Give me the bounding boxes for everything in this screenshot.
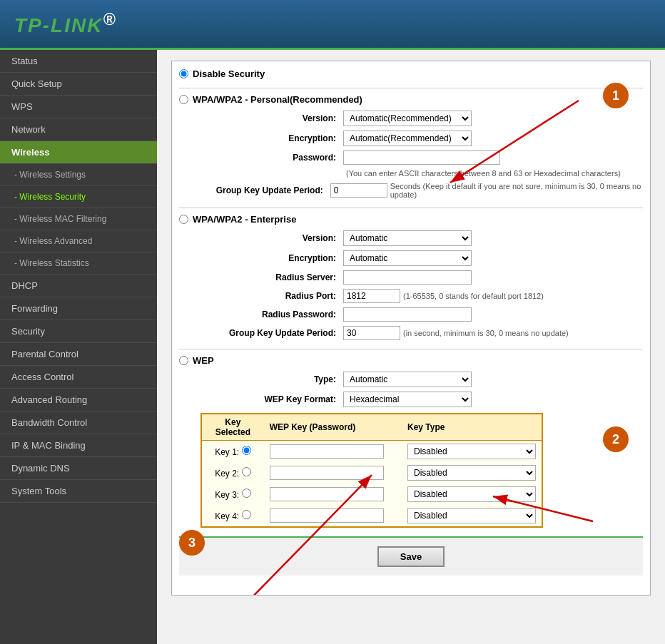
wep-key1-type[interactable]: Disabled64-bit128-bit152-bit: [407, 444, 536, 459]
wpa-personal-header: WPA/WPA2 - Personal(Recommended): [179, 94, 643, 105]
wep-format-label: WEP Key Format:: [200, 394, 343, 404]
wpa-enterprise-radio[interactable]: [179, 215, 188, 224]
wep-key2-type[interactable]: Disabled64-bit128-bit152-bit: [407, 465, 536, 481]
divider-3: [179, 349, 643, 349]
wep-type-label: Type:: [200, 374, 343, 384]
wep-key2-input[interactable]: [270, 466, 384, 480]
wpa-enterprise-groupkey-row: Group Key Update Period: (in second, min…: [179, 326, 643, 340]
wpa-enterprise-groupkey-hint: (in second, minimum is 30, 0 means no up…: [403, 329, 569, 337]
wep-key4-input[interactable]: [270, 508, 384, 523]
sidebar-item-wireless-security[interactable]: - Wireless Security: [0, 186, 157, 208]
wpa-enterprise-version-label: Version:: [200, 233, 343, 243]
sidebar: Status Quick Setup WPS Network Wireless …: [0, 50, 157, 644]
wep-radio[interactable]: [179, 356, 188, 365]
content-border: 1 2 3 Disable Security: [171, 61, 651, 596]
wep-key4-radio[interactable]: [242, 510, 251, 519]
wpa-personal-version-label: Version:: [200, 113, 343, 123]
save-area: Save: [179, 536, 643, 576]
wep-key3-type[interactable]: Disabled64-bit128-bit152-bit: [407, 486, 536, 502]
section-wep: WEP Type: Automatic Open System Shared K…: [179, 355, 643, 528]
wpa-personal-encryption-row: Encryption: Automatic(Recommended) TKIP …: [179, 131, 643, 146]
wep-col-type: Key Type: [402, 414, 542, 441]
wpa-enterprise-radius-password-input[interactable]: [343, 307, 472, 322]
disable-security-radio[interactable]: [179, 69, 188, 78]
wep-label: WEP: [193, 355, 214, 366]
table-row: Key 2: Disabled64-bit128-bit152-bit: [202, 462, 542, 484]
wpa-personal-password-input[interactable]: [343, 150, 500, 165]
sidebar-item-bandwidth[interactable]: Bandwidth Control: [0, 412, 157, 434]
wpa-personal-groupkey-row: Group Key Update Period: Seconds (Keep i…: [179, 182, 643, 199]
wpa-personal-version-select[interactable]: Automatic(Recommended) WPA WPA2: [343, 111, 472, 126]
wpa-enterprise-label: WPA/WPA2 - Enterprise: [193, 214, 296, 225]
section-wpa-enterprise: WPA/WPA2 - Enterprise Version: Automatic…: [179, 214, 643, 340]
wep-key1-input[interactable]: [270, 444, 384, 459]
divider-1: [179, 88, 643, 88]
sidebar-item-wps[interactable]: WPS: [0, 96, 157, 118]
disable-security-header: Disable Security: [179, 68, 643, 79]
wpa-enterprise-radius-port-hint: (1-65535, 0 stands for default port 1812…: [403, 292, 544, 300]
annotation-3: 3: [179, 530, 205, 556]
sidebar-item-wireless-settings[interactable]: - Wireless Settings: [0, 164, 157, 186]
wpa-enterprise-radius-password-row: Radius Password:: [179, 307, 643, 322]
wep-key2-radio[interactable]: [242, 467, 251, 476]
sidebar-item-network[interactable]: Network: [0, 118, 157, 141]
wpa-enterprise-version-select[interactable]: Automatic WPA WPA2: [343, 230, 472, 246]
logo: TP-LINK®: [14, 10, 117, 37]
wep-col-password: WEP Key (Password): [264, 414, 402, 441]
sidebar-item-dhcp[interactable]: DHCP: [0, 275, 157, 297]
sidebar-item-forwarding[interactable]: Forwarding: [0, 297, 157, 320]
divider-2: [179, 208, 643, 208]
disable-security-label: Disable Security: [193, 68, 265, 79]
sidebar-item-ip-mac[interactable]: IP & MAC Binding: [0, 434, 157, 457]
wep-key3-radio[interactable]: [242, 489, 251, 498]
sidebar-item-wireless-stats[interactable]: - Wireless Statistics: [0, 252, 157, 275]
wpa-enterprise-encryption-label: Encryption:: [200, 253, 343, 263]
wep-format-row: WEP Key Format: Hexadecimal ASCII: [179, 392, 643, 407]
sidebar-item-security[interactable]: Security: [0, 320, 157, 343]
app-wrapper: TP-LINK® Status Quick Setup WPS Network …: [0, 0, 665, 644]
wep-col-selected: Key Selected: [202, 414, 264, 441]
wpa-personal-groupkey-input[interactable]: [330, 183, 387, 198]
sidebar-item-system[interactable]: System Tools: [0, 480, 157, 503]
section-disable-security: Disable Security: [179, 68, 643, 79]
wpa-personal-groupkey-hint: Seconds (Keep it default if you are not …: [390, 182, 643, 199]
wpa-personal-groupkey-label: Group Key Update Period:: [200, 185, 330, 195]
wpa-enterprise-encryption-select[interactable]: Automatic TKIP AES: [343, 250, 472, 266]
wep-key3-input[interactable]: [270, 487, 384, 501]
sidebar-item-wireless-advanced[interactable]: - Wireless Advanced: [0, 230, 157, 252]
sidebar-item-ddns[interactable]: Dynamic DNS: [0, 457, 157, 480]
wpa-personal-password-row: Password:: [179, 150, 643, 165]
wep-key1-radio[interactable]: [242, 446, 251, 455]
sidebar-item-quick-setup[interactable]: Quick Setup: [0, 73, 157, 96]
wpa-enterprise-radius-port-input[interactable]: [343, 289, 400, 303]
content-area: 1 2 3 Disable Security: [157, 50, 665, 644]
table-row: Key 3: Disabled64-bit128-bit152-bit: [202, 484, 542, 505]
sidebar-item-access[interactable]: Access Control: [0, 366, 157, 389]
sidebar-item-wireless-mac[interactable]: - Wireless MAC Filtering: [0, 208, 157, 230]
wpa-enterprise-radius-server-row: Radius Server:: [179, 270, 643, 285]
wpa-enterprise-radius-server-input[interactable]: [343, 270, 472, 285]
main-container: Status Quick Setup WPS Network Wireless …: [0, 50, 665, 644]
wpa-enterprise-version-row: Version: Automatic WPA WPA2: [179, 230, 643, 246]
sidebar-item-status[interactable]: Status: [0, 50, 157, 73]
wpa-enterprise-radius-password-label: Radius Password:: [200, 310, 343, 320]
wpa-enterprise-radius-server-label: Radius Server:: [200, 272, 343, 282]
wep-format-select[interactable]: Hexadecimal ASCII: [343, 392, 472, 407]
wpa-enterprise-header: WPA/WPA2 - Enterprise: [179, 214, 643, 225]
wpa-enterprise-groupkey-label: Group Key Update Period:: [200, 328, 343, 338]
wpa-enterprise-radius-port-label: Radius Port:: [200, 291, 343, 301]
logo-mark: ®: [103, 10, 116, 29]
save-button[interactable]: Save: [377, 546, 445, 567]
wpa-personal-password-label: Password:: [200, 153, 343, 163]
wpa-personal-password-hint-row: (You can enter ASCII characters between …: [179, 169, 643, 178]
wpa-enterprise-radius-port-row: Radius Port: (1-65535, 0 stands for defa…: [179, 289, 643, 303]
sidebar-item-wireless[interactable]: Wireless: [0, 141, 157, 164]
sidebar-item-parental[interactable]: Parental Control: [0, 343, 157, 366]
wep-key4-type[interactable]: Disabled64-bit128-bit152-bit: [407, 508, 536, 523]
wpa-personal-encryption-select[interactable]: Automatic(Recommended) TKIP AES: [343, 131, 472, 146]
table-row: Key 1: Disabled64-bit128-bit152-bit: [202, 441, 542, 462]
wep-type-select[interactable]: Automatic Open System Shared Key: [343, 372, 472, 387]
wpa-enterprise-groupkey-input[interactable]: [343, 326, 400, 340]
sidebar-item-advanced-routing[interactable]: Advanced Routing: [0, 389, 157, 412]
wpa-personal-radio[interactable]: [179, 95, 188, 104]
